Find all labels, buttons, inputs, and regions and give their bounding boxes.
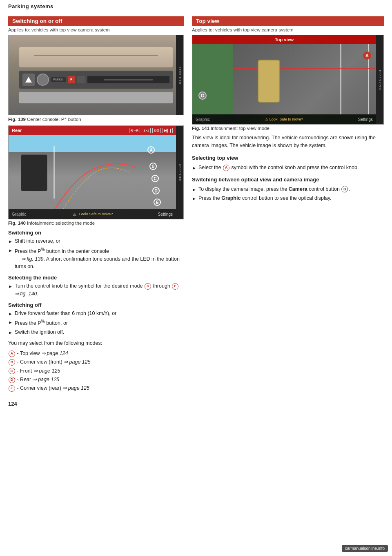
fig139-watermark: 84H-0315 xyxy=(176,35,183,115)
bullet-arrow-6: ► xyxy=(8,329,13,336)
warning-indicator: ⚠ Look! Safe to move? xyxy=(71,211,113,217)
watermark: carmanualsonline.info xyxy=(342,545,388,552)
bullet-shift: ► Shift into reverse, or xyxy=(8,237,184,245)
bullet-arrow-r3: ► xyxy=(192,195,196,202)
fig141-footer-bar: Graphic ⚠ Look! Safe to move? Settings xyxy=(192,114,376,124)
label-C: C xyxy=(151,175,159,182)
fig140-header-icons: R↔R 1×1 D⊡ ▶▌▐ xyxy=(129,128,173,133)
fig141-header-bar: Top view xyxy=(192,35,376,44)
fig139-block: PARK% P 84H-0315 Fig. 139 Center console… xyxy=(8,35,184,122)
bullet-graphic-button: ► Press the Graphic control button to se… xyxy=(192,194,384,202)
modes-list: A - Top view ⇒ page 124 B - Corner view … xyxy=(8,349,184,393)
switching-off-heading: Switching off xyxy=(8,302,184,308)
page-number: 124 xyxy=(8,401,17,407)
bullet-select-symbol: ► Select the A symbol with the control k… xyxy=(192,164,384,172)
mode-a: A - Top view ⇒ page 124 xyxy=(8,349,184,358)
bullet-press-p2: ► Press the P% button, or xyxy=(8,318,184,327)
left-applies-to: Applies to: vehicles with top view camer… xyxy=(8,27,184,32)
bullet-ignition: ► Switch the ignition off. xyxy=(8,328,184,336)
bullet-press-p: ► Press the P% button in the center cons… xyxy=(8,246,184,270)
warning-icon: ⚠ xyxy=(71,211,78,217)
bullet-arrow-2: ► xyxy=(8,247,13,254)
left-section-header: Switching on or off xyxy=(8,16,184,26)
bullet-arrow-3: ► xyxy=(8,283,13,290)
bullet-arrow-4: ► xyxy=(8,310,13,317)
topview-label-G: G xyxy=(198,92,207,100)
page-header: Parking systems xyxy=(0,0,392,12)
main-content: Switching on or off Applies to: vehicles… xyxy=(0,12,392,393)
page-footer: 124 xyxy=(0,397,392,411)
mode-d: D - Rear ⇒ page 125 xyxy=(8,375,184,384)
mode-b: B - Corner view (front) ⇒ page 125 xyxy=(8,358,184,366)
bullet-arrow-1: ► xyxy=(8,238,13,245)
fig140-caption: Fig. 140 Infotainment: selecting the mod… xyxy=(8,221,184,226)
fig140-block: Rear R↔R 1×1 D⊡ ▶▌▐ xyxy=(8,125,184,226)
mode-e: E - Corner view (rear) ⇒ page 125 xyxy=(8,384,184,393)
fig140-header-bar: Rear R↔R 1×1 D⊡ ▶▌▐ xyxy=(9,126,176,135)
fig139-image: PARK% P 84H-0315 xyxy=(8,35,184,115)
right-column: Top view Applies to: vehicles with top v… xyxy=(192,12,384,393)
switching-on-heading: Switching on xyxy=(8,230,184,236)
page-header-title: Parking systems xyxy=(8,3,53,9)
topview-warning-icon: ⚠ xyxy=(265,117,268,121)
bullet-drive-forward: ► Drive forward faster than 6 mph (10 km… xyxy=(8,310,184,317)
fig140-watermark: 84H-7715 xyxy=(176,126,183,219)
selecting-mode-heading: Selecting the mode xyxy=(8,275,184,281)
bullet-camera-button: ► To display the camera image, press the… xyxy=(192,185,384,193)
fig140-footer-bar: Graphic ⚠ Look! Safe to move? Settings xyxy=(9,209,176,219)
label-D: D xyxy=(152,187,160,194)
right-applies-to: Applies to: vehicles with top view camer… xyxy=(192,27,384,32)
topview-label-A: A xyxy=(363,51,371,60)
topview-warning: ⚠ Look! Safe to move? xyxy=(265,117,303,121)
fig141-caption: Fig. 141 Infotainment: top view mode xyxy=(192,126,384,131)
fig140-image: Rear R↔R 1×1 D⊡ ▶▌▐ xyxy=(8,125,184,219)
right-col-body: This view is ideal for maneuvering. The … xyxy=(192,134,384,202)
selecting-top-view-heading: Selecting top view xyxy=(192,154,384,162)
label-E: E xyxy=(154,199,161,206)
bullet-turn-knob: ► Turn the control knob to the symbol fo… xyxy=(8,282,184,298)
right-section-header: Top view xyxy=(192,16,384,26)
switching-optical-heading: Switching between optical view and camer… xyxy=(192,176,384,184)
fig141-image: Top view A G Graphic ⚠ Look! Safe to mov… xyxy=(192,35,384,125)
bullet-arrow-r2: ► xyxy=(192,186,196,193)
fig139-caption: Fig. 139 Center console: P⁺ button xyxy=(8,116,184,122)
label-B: B xyxy=(149,163,157,170)
bullet-arrow-5: ► xyxy=(8,319,13,326)
mode-c: C - Front ⇒ page 125 xyxy=(8,367,184,375)
bullet-arrow-r1: ► xyxy=(192,165,196,172)
left-column: Switching on or off Applies to: vehicles… xyxy=(8,12,184,393)
fig141-watermark: 8A1H-7714 xyxy=(376,35,383,124)
fig141-block: Top view A G Graphic ⚠ Look! Safe to mov… xyxy=(192,35,384,131)
label-A: A xyxy=(147,146,155,154)
top-view-description: This view is ideal for maneuvering. The … xyxy=(192,134,384,150)
modes-intro: You may select from the following modes: xyxy=(8,340,184,346)
